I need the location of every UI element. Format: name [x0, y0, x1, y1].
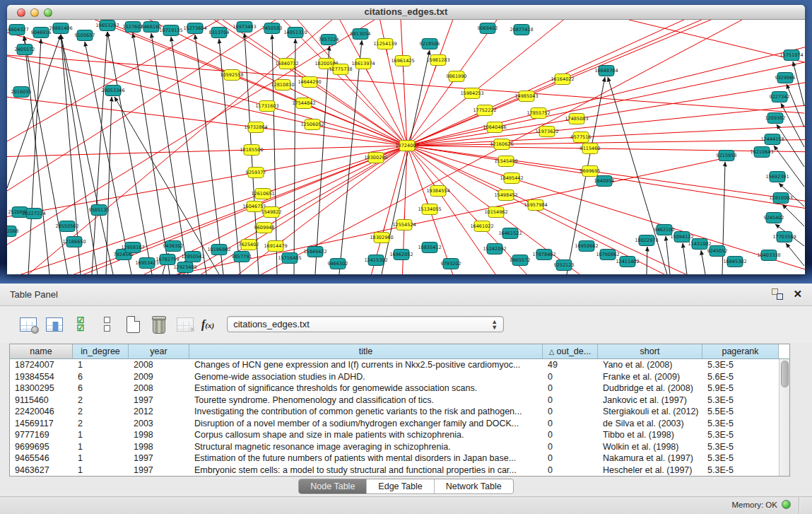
table-settings-icon[interactable] [18, 315, 38, 334]
tab-edge-table[interactable]: Edge Table [367, 479, 434, 493]
selected-node-15981283[interactable]: 15981283 [426, 55, 449, 66]
scrollbar-thumb[interactable] [781, 361, 789, 387]
function-builder-icon[interactable]: f(x) [201, 318, 214, 331]
selected-node-12610651[interactable]: 12610651 [251, 189, 274, 199]
selected-node-16914479[interactable]: 16914479 [264, 241, 287, 252]
node-12810003[interactable]: 12810003 [769, 193, 792, 204]
node-15242092[interactable]: 15242092 [483, 244, 506, 255]
node-12411402[interactable]: 12411402 [616, 257, 639, 267]
node-16962052[interactable]: 16962052 [389, 250, 413, 260]
selected-node-7625402[interactable]: 7625402 [239, 240, 259, 250]
node-2016055[interactable]: 2016055 [11, 87, 32, 98]
node-9505135[interactable]: 9505135 [89, 205, 110, 216]
node-8813054[interactable]: 8813054 [351, 29, 371, 40]
node-15716485[interactable]: 15716485 [278, 253, 301, 264]
node-9046916[interactable]: 9046916 [31, 28, 52, 38]
column-header-pagerank[interactable]: pagerank [702, 344, 779, 358]
table-row[interactable]: 2242004622012Investigating the contribut… [10, 406, 779, 418]
selected-node-9259377[interactable]: 9259377 [246, 168, 266, 178]
table-row[interactable]: 946362711997Embryonic stem cells: a mode… [10, 465, 779, 477]
node-15273604[interactable]: 15273604 [183, 23, 206, 34]
delete-rows-icon[interactable] [149, 315, 169, 334]
node-15849422[interactable]: 15849422 [303, 247, 326, 257]
node-1209382[interactable]: 1209382 [765, 113, 786, 124]
selected-node-15134055[interactable]: 15134055 [418, 204, 441, 215]
node-1640954[interactable]: 1640954 [594, 176, 615, 187]
node-16782759[interactable]: 16782759 [155, 255, 179, 265]
selected-node-12506052[interactable]: 12506052 [300, 119, 324, 130]
node-9793202[interactable]: 9793202 [441, 259, 461, 269]
delete-table-icon[interactable]: ✕ [175, 315, 195, 334]
node-20053346[interactable]: 20053346 [101, 86, 124, 96]
selected-node-16461022[interactable]: 16461022 [470, 221, 493, 232]
selected-node-11731603[interactable]: 11731603 [255, 101, 278, 112]
node-16604327[interactable]: 16604327 [7, 25, 29, 35]
node-16648784[interactable]: 16648784 [594, 66, 618, 76]
selected-node-18495442[interactable]: 18495442 [500, 173, 523, 184]
selected-node-16961425[interactable]: 16961425 [391, 56, 414, 66]
node-9252123[interactable]: 9252123 [554, 260, 575, 271]
node-17703589[interactable]: 17703589 [772, 232, 796, 243]
node-2405572[interactable]: 2405572 [15, 45, 35, 55]
node-9218506[interactable]: 9218506 [420, 39, 440, 49]
column-header-title[interactable]: title [189, 344, 543, 358]
selected-node-10640466[interactable]: 10640466 [483, 122, 506, 133]
node-9436302[interactable]: 9436302 [163, 241, 184, 252]
new-table-icon[interactable] [123, 315, 143, 334]
window-titlebar[interactable]: citations_edges.txt [7, 5, 805, 20]
selected-node-17855752[interactable]: 17855752 [526, 108, 550, 119]
node-16950662[interactable]: 16950662 [575, 241, 598, 252]
tab-node-table[interactable]: Node Table [299, 479, 367, 493]
column-header-year[interactable]: year [129, 344, 189, 358]
node-9068402[interactable]: 9068402 [478, 23, 498, 34]
network-graph[interactable]: 1872400718300295193845541281081011731603… [7, 20, 805, 274]
node-17878462[interactable]: 17878462 [532, 250, 555, 260]
selected-node-9699695[interactable]: 9699695 [580, 166, 601, 177]
node-8905572[interactable]: 8905572 [510, 255, 531, 266]
table-row[interactable]: 1872400712008Changes of HCN gene express… [10, 359, 779, 371]
column-header-out_de[interactable]: △out_de... [543, 344, 598, 358]
show-columns-icon[interactable] [45, 315, 64, 334]
table-selector-dropdown[interactable]: citations_edges.txt ▲▼ [227, 316, 504, 332]
node-20891406[interactable]: 20891406 [49, 23, 72, 34]
node-10835412[interactable]: 10835412 [418, 243, 441, 253]
node-12186650[interactable]: 12186650 [62, 237, 86, 247]
selected-node-9115460[interactable]: 9115460 [580, 144, 601, 154]
node-10196862[interactable]: 10196862 [207, 245, 230, 255]
close-panel-icon[interactable]: ✕ [793, 288, 802, 300]
node-9592068[interactable]: 9592068 [7, 226, 18, 237]
selected-node-17485083[interactable]: 17485083 [565, 114, 588, 124]
node-12444158[interactable]: 12444158 [760, 134, 784, 145]
node-16973493[interactable]: 16973493 [233, 22, 256, 33]
node-14851310[interactable]: 14851310 [283, 28, 307, 38]
node-7857224[interactable]: 7857224 [319, 35, 339, 45]
column-header-name[interactable]: name [10, 344, 73, 358]
node-9466302[interactable]: 9466302 [328, 259, 348, 269]
selected-node-11545490[interactable]: 11545490 [494, 156, 517, 167]
tab-network-table[interactable]: Network Table [435, 479, 513, 493]
table-row[interactable]: 1938455462009Genome-wide association stu… [10, 371, 779, 383]
node-9245052[interactable]: 9245052 [707, 246, 728, 257]
node-8313704[interactable]: 8313704 [209, 28, 230, 38]
node-9329966[interactable]: 9329966 [775, 73, 796, 83]
selected-node-14644290[interactable]: 14644290 [298, 77, 321, 88]
network-view-canvas[interactable]: 1872400718300295193845541281081011731603… [7, 20, 805, 274]
select-functions-icon[interactable]: ☑☑ [71, 315, 90, 334]
selected-node-19732864[interactable]: 19732864 [244, 122, 267, 133]
nodes[interactable]: 1872400718300295193845541281081011731603… [7, 21, 804, 273]
node-9215958[interactable]: 9215958 [717, 151, 737, 161]
node-20877418[interactable]: 20877418 [510, 25, 533, 35]
node-1527602[interactable]: 1527602 [123, 22, 143, 33]
selected-node-18302960[interactable]: 18302960 [370, 233, 393, 243]
node-7450583[interactable]: 7450583 [262, 23, 283, 34]
node-9857791[interactable]: 9857791 [232, 252, 252, 262]
table-row[interactable]: 946554611997Estimation of the future num… [10, 452, 779, 465]
column-header-in_degree[interactable]: in_degree [73, 344, 129, 358]
node-16461522[interactable]: 16461522 [498, 228, 522, 239]
selected-node-11254139[interactable]: 11254139 [373, 39, 396, 49]
float-panel-icon[interactable] [772, 288, 783, 300]
node-16210643[interactable]: 16210643 [750, 147, 773, 158]
selected-node-18185500[interactable]: 18185500 [240, 145, 263, 156]
node-15692391[interactable]: 15692391 [765, 172, 789, 182]
table-row[interactable]: 1830029562008Estimation of significance … [10, 382, 779, 395]
